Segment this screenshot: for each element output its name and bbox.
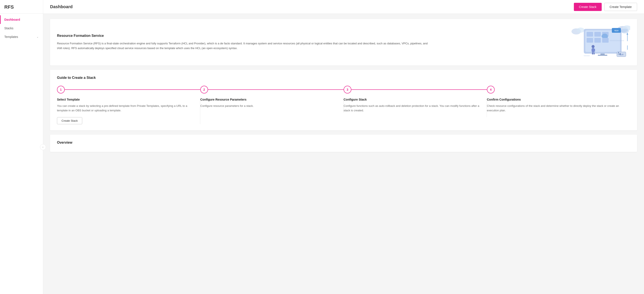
- guide-title: Guide to Create a Stack: [57, 76, 630, 80]
- create-template-button[interactable]: Create Template: [604, 3, 637, 11]
- step-2-name: Configure Resource Parameters: [200, 98, 338, 101]
- step-4-body: Confirm Configurations Check resource co…: [487, 98, 630, 117]
- step-3-name: Configure Stack: [344, 98, 482, 101]
- info-card-illustration: V2.0 01010101010101010 0101010: [570, 25, 630, 59]
- step-2-header: 2: [200, 86, 344, 94]
- svg-rect-8: [594, 32, 601, 37]
- step-2-line: [208, 89, 344, 90]
- svg-rect-12: [602, 38, 608, 43]
- step-2-body: Configure Resource Parameters Configure …: [200, 98, 344, 113]
- guide-steps: 1 Select Template You can create a stack…: [57, 86, 630, 124]
- step-3-line: [351, 89, 487, 90]
- overview-title: Overview: [57, 141, 630, 145]
- svg-text:0101010: 0101010: [584, 55, 590, 56]
- create-stack-button[interactable]: Create Stack: [574, 3, 602, 11]
- svg-point-19: [592, 45, 594, 48]
- svg-point-4: [621, 29, 629, 33]
- info-card-title: Resource Formation Service: [57, 34, 430, 38]
- svg-rect-21: [592, 49, 593, 52]
- step-1-header: 1: [57, 86, 200, 94]
- overview-card: Overview: [50, 135, 637, 152]
- rfs-illustration: V2.0 01010101010101010 0101010: [570, 25, 630, 59]
- step-1-create-stack-button[interactable]: Create Stack: [57, 117, 82, 124]
- content-area: Resource Formation Service Resource Form…: [43, 14, 644, 157]
- svg-text:V2.0: V2.0: [614, 29, 618, 32]
- svg-point-35: [618, 52, 619, 53]
- guide-card: Guide to Create a Stack 1 Select Templat…: [50, 70, 637, 130]
- step-3-desc: Configure functions such as auto-rollbac…: [344, 104, 482, 113]
- sidebar: RFS Dashboard Stacks Templates ⌄ ‹: [0, 0, 43, 294]
- svg-rect-7: [586, 32, 593, 37]
- step-1-name: Select Template: [57, 98, 195, 101]
- page-header: Dashboard Create Stack Create Template: [43, 0, 644, 14]
- sidebar-collapse-button[interactable]: ‹: [40, 144, 46, 150]
- sidebar-item-label: Dashboard: [4, 18, 20, 21]
- chevron-down-icon: ⌄: [36, 35, 39, 38]
- svg-rect-11: [594, 38, 601, 43]
- sidebar-item-stacks[interactable]: Stacks: [0, 24, 43, 32]
- sidebar-item-label: Templates: [4, 35, 18, 38]
- svg-rect-22: [594, 49, 595, 52]
- step-1-circle: 1: [57, 86, 65, 94]
- step-4-desc: Check resource configurations of the sta…: [487, 104, 630, 113]
- step-4-circle: 4: [487, 86, 495, 94]
- svg-rect-16: [602, 36, 608, 38]
- info-card-description: Resource Formation Service (RFS) is a fi…: [57, 41, 430, 51]
- svg-point-1: [577, 27, 584, 33]
- svg-rect-10: [586, 38, 593, 43]
- step-1-body: Select Template You can create a stack b…: [57, 98, 200, 124]
- step-2-circle: 2: [200, 86, 208, 94]
- svg-rect-26: [598, 55, 607, 56]
- app-logo: RFS: [0, 0, 43, 13]
- info-card: Resource Formation Service Resource Form…: [50, 19, 637, 65]
- main-content: Dashboard Create Stack Create Template R…: [43, 0, 644, 294]
- sidebar-item-dashboard[interactable]: Dashboard: [0, 15, 43, 24]
- step-2-desc: Configure resource parameters for a stac…: [200, 104, 338, 108]
- step-3-body: Configure Stack Configure functions such…: [344, 98, 487, 117]
- guide-step-4: 4 Confirm Configurations Check resource …: [487, 86, 630, 124]
- svg-text:01010101010101010: 01010101010101010: [610, 40, 624, 41]
- svg-point-37: [620, 54, 621, 55]
- guide-step-2: 2 Configure Resource Parameters Configur…: [200, 86, 344, 124]
- header-actions: Create Stack Create Template: [574, 3, 637, 11]
- guide-step-1: 1 Select Template You can create a stack…: [57, 86, 200, 124]
- info-card-text: Resource Formation Service Resource Form…: [57, 34, 430, 51]
- step-3-header: 3: [344, 86, 487, 94]
- svg-rect-24: [594, 52, 594, 54]
- step-4-header: 4: [487, 86, 630, 94]
- svg-point-36: [620, 53, 621, 54]
- svg-rect-23: [592, 52, 593, 54]
- guide-step-3: 3 Configure Stack Configure functions su…: [344, 86, 487, 124]
- step-1-line: [65, 89, 200, 90]
- sidebar-item-templates[interactable]: Templates ⌄: [0, 32, 43, 41]
- step-3-circle: 3: [344, 86, 351, 94]
- sidebar-item-label: Stacks: [4, 26, 14, 30]
- page-title: Dashboard: [50, 4, 72, 9]
- step-1-desc: You can create a stack by selecting a pr…: [57, 104, 195, 113]
- step-4-name: Confirm Configurations: [487, 98, 630, 101]
- sidebar-nav: Dashboard Stacks Templates ⌄: [0, 13, 43, 294]
